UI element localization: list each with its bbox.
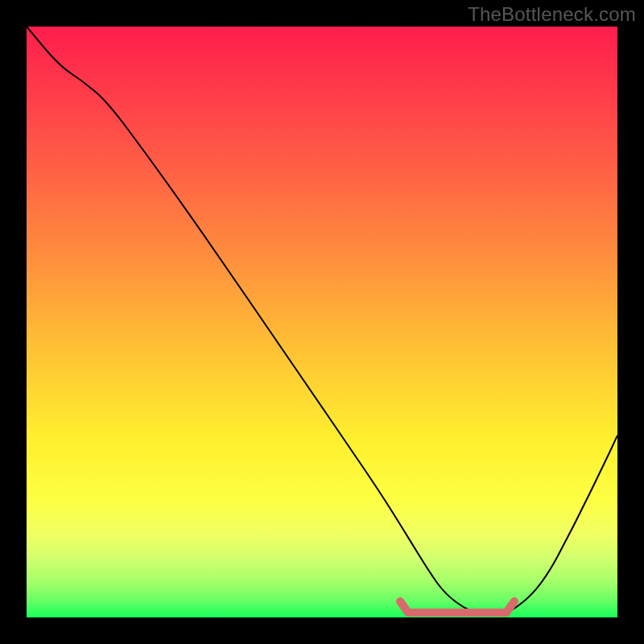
chart-frame: TheBottleneck.com — [0, 0, 644, 644]
bottleneck-curve — [27, 27, 617, 614]
chart-svg — [27, 27, 617, 617]
attribution-text: TheBottleneck.com — [468, 3, 636, 26]
chart-plot-area — [27, 27, 617, 617]
optimal-segment — [405, 609, 510, 617]
